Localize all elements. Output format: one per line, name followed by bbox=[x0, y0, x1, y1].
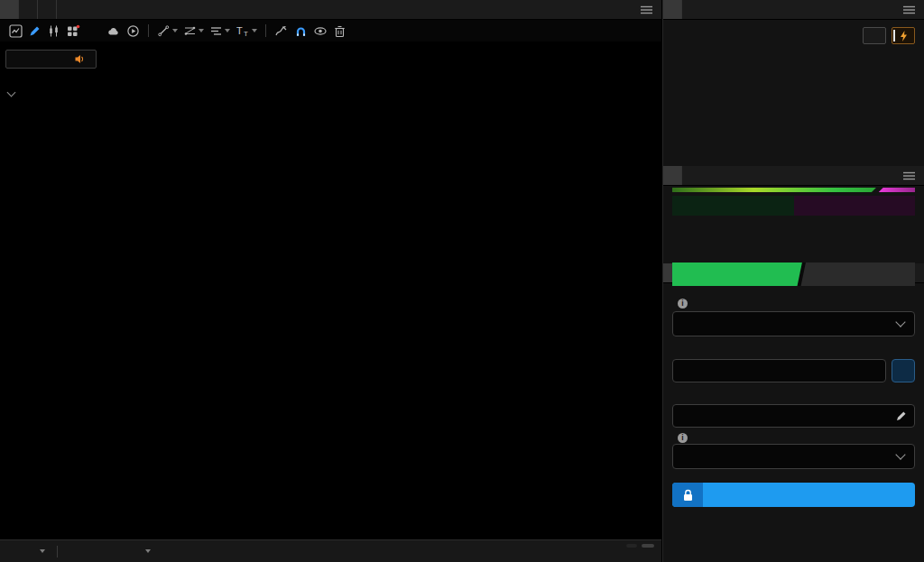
chevron-down-icon bbox=[40, 549, 45, 553]
speaker-icon bbox=[75, 54, 85, 64]
info-icon[interactable]: i bbox=[678, 433, 688, 443]
chevron-down-icon bbox=[145, 549, 151, 553]
line-tools-icon[interactable] bbox=[154, 22, 180, 40]
delete-drawings-icon[interactable] bbox=[330, 22, 349, 40]
ext-hours-toggle[interactable] bbox=[626, 544, 637, 548]
quotes-section: i i bbox=[663, 0, 924, 562]
tif-select[interactable] bbox=[672, 444, 915, 469]
indicators-grid-icon[interactable] bbox=[63, 22, 83, 40]
range-1m[interactable] bbox=[36, 549, 45, 553]
cloud-save-icon[interactable] bbox=[104, 22, 124, 40]
ask-cell[interactable] bbox=[794, 196, 916, 216]
compare-icon[interactable] bbox=[83, 22, 104, 40]
chevron-down-icon bbox=[895, 449, 905, 459]
bid-cell[interactable] bbox=[672, 196, 794, 216]
trading-app: TT bbox=[0, 0, 924, 562]
instant-trade-button[interactable] bbox=[892, 27, 915, 44]
svg-text:T: T bbox=[244, 30, 248, 38]
news-chip[interactable] bbox=[68, 54, 96, 64]
chart-bottom-bar bbox=[0, 539, 661, 562]
tab-note[interactable] bbox=[19, 0, 38, 19]
series-collapse-toggle[interactable] bbox=[8, 92, 20, 96]
chart-area bbox=[0, 41, 661, 539]
pattern-tools-icon[interactable] bbox=[207, 22, 233, 40]
tab-chart[interactable] bbox=[0, 0, 19, 19]
magnet-icon[interactable] bbox=[291, 22, 310, 40]
chart-section: TT bbox=[0, 0, 661, 562]
unlock-trading-button[interactable] bbox=[672, 483, 915, 507]
bid-depth-bar bbox=[672, 188, 876, 192]
chart-style-icon[interactable] bbox=[6, 22, 25, 40]
ohlc-readout bbox=[8, 74, 60, 87]
tab-quotes[interactable] bbox=[663, 0, 682, 19]
candle-type-icon[interactable] bbox=[44, 22, 63, 40]
text-tools-icon[interactable]: TT bbox=[233, 22, 260, 40]
base-currency-button[interactable] bbox=[892, 359, 915, 382]
quotes-menu-icon[interactable] bbox=[903, 5, 915, 14]
order-book-tabbar bbox=[663, 166, 924, 186]
interval-m[interactable] bbox=[142, 549, 151, 553]
tab-news[interactable] bbox=[38, 0, 57, 19]
hide-drawings-icon[interactable] bbox=[310, 22, 330, 40]
side-toggle bbox=[672, 263, 915, 286]
limit-price-input[interactable] bbox=[672, 404, 915, 428]
divider bbox=[57, 546, 58, 557]
order-type-select[interactable] bbox=[672, 311, 915, 336]
order-type-label: i bbox=[672, 299, 688, 309]
toolbar-separator bbox=[148, 24, 149, 37]
order-book-menu-icon[interactable] bbox=[903, 171, 915, 180]
svg-text:T: T bbox=[236, 25, 243, 36]
order-book-row bbox=[672, 196, 915, 216]
price-chart-canvas[interactable] bbox=[0, 41, 661, 539]
symbol-chip-group bbox=[5, 50, 97, 69]
ask-depth-bar bbox=[879, 188, 915, 192]
draw-pencil-icon[interactable] bbox=[25, 22, 44, 40]
depth-bar bbox=[672, 188, 915, 192]
lightning-icon bbox=[900, 31, 908, 41]
quotes-tabbar bbox=[663, 0, 924, 20]
chevron-down-icon bbox=[895, 317, 905, 327]
info-icon[interactable]: i bbox=[678, 299, 688, 309]
auto-scale-toggle[interactable] bbox=[642, 544, 654, 548]
edit-price-icon[interactable] bbox=[895, 409, 907, 425]
quantity-input[interactable] bbox=[672, 359, 886, 382]
chart-tabbar bbox=[0, 0, 661, 20]
tab-order-book[interactable] bbox=[663, 166, 682, 185]
quote-more-menu-button[interactable] bbox=[863, 27, 886, 44]
eraser-icon[interactable] bbox=[272, 22, 291, 40]
fib-tools-icon[interactable] bbox=[180, 22, 207, 40]
quantity-label bbox=[672, 347, 675, 358]
tif-label: i bbox=[672, 433, 688, 443]
toolbar-separator bbox=[265, 24, 266, 37]
replay-icon[interactable] bbox=[124, 22, 143, 40]
lock-icon bbox=[672, 483, 703, 507]
chart-toolbar: TT bbox=[0, 20, 661, 41]
chart-panel-menu-icon[interactable] bbox=[641, 5, 652, 14]
